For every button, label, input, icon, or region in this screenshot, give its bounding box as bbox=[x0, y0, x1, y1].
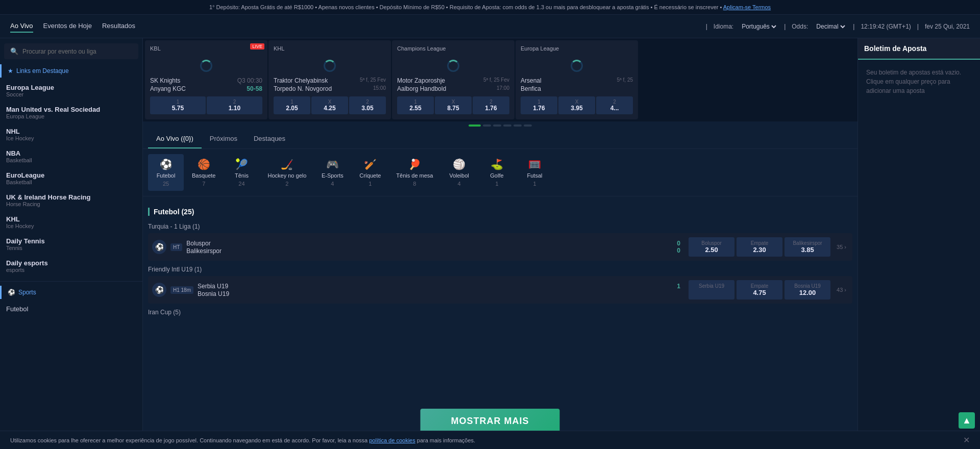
match-team1: Serbia U19 bbox=[198, 283, 668, 290]
sidebar-sport-futebol[interactable]: Futebol bbox=[0, 301, 142, 317]
content-area: LIVE KBL SK Knights Q3 00:30 Anyang KGC … bbox=[143, 38, 857, 446]
odds-select[interactable]: Decimal bbox=[814, 22, 847, 31]
futsal-icon: 🥅 bbox=[528, 158, 541, 170]
featured-title: ★ Links em Destaque bbox=[0, 64, 142, 78]
cookie-close-button[interactable]: ✕ bbox=[963, 435, 970, 445]
cookie-policy-link[interactable]: política de cookies bbox=[369, 437, 415, 443]
filter-golfe[interactable]: ⛳ Golfe 1 bbox=[479, 154, 514, 191]
show-more-button[interactable]: MOSTRAR MAIS bbox=[421, 409, 560, 434]
more-markets-button[interactable]: 35 › bbox=[835, 242, 848, 252]
search-input[interactable] bbox=[22, 48, 132, 55]
match-odds: Serbia U19 Empate 4.75 Bosnia U19 12.00 bbox=[689, 280, 830, 300]
odd-button-x[interactable]: X 8.75 bbox=[435, 96, 472, 114]
header-time: 12:19:42 (GMT+1) bbox=[861, 23, 911, 30]
filter-esports[interactable]: 🎮 E-Sports 4 bbox=[314, 154, 350, 191]
futebol-icon: ⚽ bbox=[160, 158, 173, 170]
sidebar-item[interactable]: EuroLeague Basketball bbox=[0, 167, 142, 189]
header: Ao Vivo Eventos de Hoje Resultados | Idi… bbox=[0, 15, 980, 38]
tab-proximos[interactable]: Próximos bbox=[202, 130, 246, 148]
sidebar-item[interactable]: Europa League Soccer bbox=[0, 80, 142, 102]
nav-ao-vivo[interactable]: Ao Vivo bbox=[10, 20, 33, 33]
match-score2 bbox=[672, 290, 680, 297]
filter-futsal[interactable]: 🥅 Futsal 1 bbox=[517, 154, 552, 191]
carousel-dots bbox=[143, 121, 857, 130]
carousel-dot[interactable] bbox=[524, 124, 532, 127]
nav-eventos-hoje[interactable]: Eventos de Hoje bbox=[43, 20, 92, 33]
tab-destaques[interactable]: Destaques bbox=[246, 130, 293, 148]
sidebar-item[interactable]: UK & Ireland Horse Racing Horse Racing bbox=[0, 189, 142, 211]
match-score2: 0 bbox=[672, 247, 680, 254]
carousel-dot[interactable] bbox=[503, 124, 511, 127]
section-title: Futebol (25) bbox=[148, 208, 194, 216]
filter-futebol[interactable]: ⚽ Futebol 25 bbox=[148, 154, 184, 191]
nav-resultados[interactable]: Resultados bbox=[102, 20, 135, 33]
promo-link[interactable]: Aplicam-se Termos bbox=[723, 4, 771, 10]
filter-hockey[interactable]: 🏒 Hockey no gelo 2 bbox=[261, 154, 312, 191]
odd-button-x[interactable]: X 3.95 bbox=[558, 96, 595, 114]
match-odd-serbia[interactable]: Serbia U19 bbox=[689, 280, 734, 300]
filter-basquete[interactable]: 🏀 Basquete 7 bbox=[186, 154, 222, 191]
match-row: ⚽ H1 18m Serbia U19 Bosnia U19 1 Serbia … bbox=[148, 276, 852, 304]
card-odds: 1 2.55 X 8.75 2 1.76 bbox=[397, 96, 509, 114]
card-team: Traktor Chelyabinsk 5ª f, 25 Fev bbox=[274, 77, 386, 84]
section-header: Futebol (25) bbox=[148, 208, 852, 216]
more-markets-button[interactable]: 43 › bbox=[835, 285, 848, 295]
odd-button-1[interactable]: 1 5.75 bbox=[150, 96, 206, 114]
sidebar-item[interactable]: Daily Tennis Tennis bbox=[0, 233, 142, 255]
odd-button-1[interactable]: 1 1.76 bbox=[521, 96, 557, 114]
card-team: Torpedo N. Novgorod 15:00 bbox=[274, 85, 386, 92]
sidebar-item[interactable]: NHL Ice Hockey bbox=[0, 123, 142, 145]
match-odd-empate[interactable]: Empate 4.75 bbox=[737, 280, 782, 300]
idioma-select[interactable]: Português bbox=[740, 22, 778, 31]
sidebar-item[interactable]: Man United vs. Real Sociedad Europa Leag… bbox=[0, 102, 142, 123]
match-sport-icon: ⚽ bbox=[152, 283, 166, 297]
card-odds: 1 1.76 X 3.95 2 4... bbox=[521, 96, 633, 114]
match-team2: Balikesirspor bbox=[186, 247, 668, 255]
header-date: fev 25 Qui, 2021 bbox=[925, 23, 970, 30]
hockey-icon: 🏒 bbox=[281, 158, 293, 170]
idioma-label: Idioma: bbox=[714, 23, 733, 30]
card-league: Europa League bbox=[521, 45, 633, 52]
match-odd-bosnia[interactable]: Bosnia U19 12.00 bbox=[785, 280, 830, 300]
loading-spinner bbox=[324, 60, 336, 72]
sidebar-item[interactable]: NBA Basketball bbox=[0, 145, 142, 167]
cookie-bar: Utilizamos cookies para lhe oferecer a m… bbox=[0, 431, 980, 446]
sidebar-item[interactable]: Daily esports esports bbox=[0, 255, 142, 277]
filter-voleibol[interactable]: 🏐 Voleibol 4 bbox=[441, 154, 477, 191]
match-sport-icon: ⚽ bbox=[152, 240, 166, 254]
tenis-icon: 🎾 bbox=[235, 158, 248, 170]
tab-ao-vivo[interactable]: Ao Vivo ({0}) bbox=[148, 130, 202, 148]
match-teams: Serbia U19 Bosnia U19 bbox=[198, 282, 668, 298]
carousel-dot[interactable] bbox=[513, 124, 522, 127]
live-badge: LIVE bbox=[250, 43, 264, 49]
odd-button-2[interactable]: 2 4... bbox=[596, 96, 633, 114]
filter-tenis[interactable]: 🎾 Tênis 24 bbox=[224, 154, 259, 191]
match-odd-boluspor[interactable]: Boluspor 2.50 bbox=[689, 237, 734, 257]
odd-button-2[interactable]: 2 1.76 bbox=[473, 96, 509, 114]
card-odds: 1 5.75 2 1.10 bbox=[150, 96, 262, 114]
match-row: ⚽ HT Boluspor Balikesirspor 0 0 Bolu bbox=[148, 233, 852, 261]
card-team: Benfica bbox=[521, 85, 633, 92]
carousel-dot-active[interactable] bbox=[469, 124, 481, 127]
match-score1: 1 bbox=[672, 283, 680, 290]
match-odd-balikesirspor[interactable]: Balikesirspor 3.85 bbox=[785, 237, 830, 257]
featured-card-khl: KHL Traktor Chelyabinsk 5ª f, 25 Fev Tor… bbox=[268, 40, 391, 119]
filter-tenis-mesa[interactable]: 🏓 Tênis de mesa 8 bbox=[390, 154, 439, 191]
odd-button-2[interactable]: 2 3.05 bbox=[349, 96, 386, 114]
cricket-icon: 🏏 bbox=[364, 158, 377, 170]
card-team: Motor Zaporoshje 5ª f, 25 Fev bbox=[397, 77, 509, 84]
search-box[interactable]: 🔍 bbox=[4, 43, 138, 59]
carousel-dot[interactable] bbox=[483, 124, 491, 127]
odd-button-1[interactable]: 1 2.55 bbox=[397, 96, 434, 114]
match-odd-empate[interactable]: Empate 2.30 bbox=[737, 237, 782, 257]
odd-button-2[interactable]: 2 1.10 bbox=[207, 96, 262, 114]
match-score1: 0 bbox=[672, 240, 680, 247]
carousel-dot[interactable] bbox=[493, 124, 501, 127]
main-layout: 🔍 ★ Links em Destaque Europa League Socc… bbox=[0, 38, 980, 446]
odd-button-1[interactable]: 1 2.05 bbox=[274, 96, 310, 114]
odd-button-x[interactable]: X 4.25 bbox=[311, 96, 348, 114]
filter-cricket[interactable]: 🏏 Críquete 1 bbox=[352, 154, 388, 191]
sidebar-item[interactable]: KHL Ice Hockey bbox=[0, 211, 142, 233]
card-odds: 1 2.05 X 4.25 2 3.05 bbox=[274, 96, 386, 114]
scroll-top-button[interactable]: ▲ bbox=[959, 412, 975, 429]
